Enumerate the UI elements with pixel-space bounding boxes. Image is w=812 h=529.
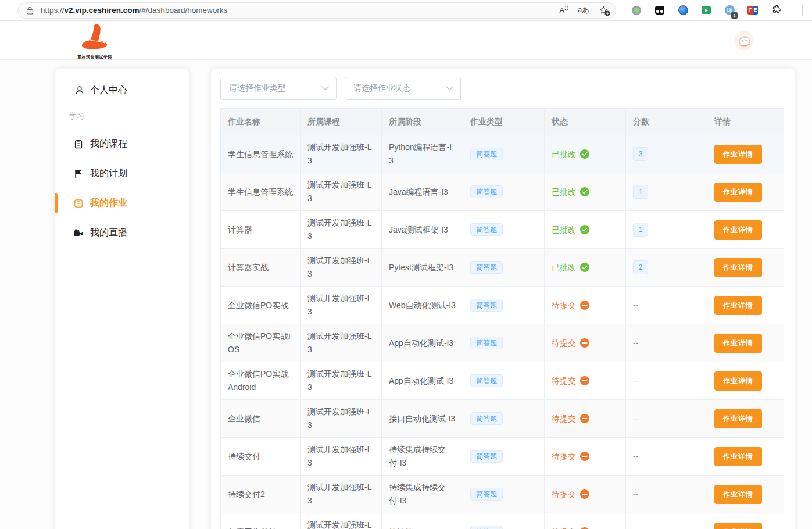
status-label: 待提交 bbox=[552, 412, 576, 426]
status-label: 已批改 bbox=[552, 148, 576, 161]
homework-detail-button[interactable]: 作业详情 bbox=[714, 220, 762, 240]
col-header-detail: 详情 bbox=[707, 109, 784, 135]
address-bar[interactable]: https://v2.vip.ceshiren.com/#/dashboard/… bbox=[17, 2, 616, 19]
lock-icon[interactable] bbox=[25, 5, 35, 15]
course-name: 测试开发加强班-L3 bbox=[301, 324, 382, 362]
user-avatar[interactable] bbox=[734, 31, 754, 51]
minus-circle-icon bbox=[580, 489, 589, 499]
minus-circle-icon bbox=[580, 338, 589, 348]
witch-hat-logo-icon bbox=[77, 23, 113, 52]
homework-detail-button[interactable]: 作业详情 bbox=[714, 447, 762, 466]
stage-name: Web自动化测试-I3 bbox=[382, 287, 463, 324]
extension-fe-icon[interactable]: FE bbox=[747, 5, 758, 16]
minus-circle-icon bbox=[580, 414, 589, 423]
page-content: 个人中心 学习 我的课程 我的计划 我的作业 我的直播 bbox=[0, 60, 812, 529]
homework-type-tag: 简答题 bbox=[470, 337, 503, 349]
homework-name: 企业微信PO实战iOS bbox=[221, 324, 301, 362]
url-text[interactable]: https://v2.vip.ceshiren.com/#/dashboard/… bbox=[41, 6, 227, 15]
homework-name: 企业微信PO实战 bbox=[221, 287, 301, 324]
table-row[interactable]: 持续交付2测试开发加强班-L3持续集成持续交付-I3简答题待提交--作业详情 bbox=[221, 476, 784, 513]
score-tag: 1 bbox=[633, 223, 648, 237]
homework-detail-button[interactable]: 作业详情 bbox=[714, 523, 762, 529]
status-label: 待提交 bbox=[552, 526, 576, 529]
user-icon bbox=[74, 85, 84, 95]
table-row[interactable]: 计算器实战测试开发加强班-L3Pytest测试框架-I3简答题已批改2作业详情 bbox=[221, 249, 784, 287]
score-cell: -- bbox=[626, 400, 707, 438]
extension-blue-globe-icon[interactable] bbox=[678, 5, 688, 16]
stage-name: App自动化测试-I3 bbox=[382, 324, 463, 362]
site-logo[interactable]: 霍格沃兹测试学院 bbox=[74, 23, 115, 60]
course-name: 测试开发加强班-L3 bbox=[301, 362, 382, 400]
read-aloud-icon[interactable]: A bbox=[560, 6, 569, 15]
minus-circle-icon bbox=[580, 452, 589, 461]
col-header-stage: 所属阶段 bbox=[382, 109, 463, 135]
table-row[interactable]: 企业微信PO实战测试开发加强班-L3Web自动化测试-I3简答题待提交--作业详… bbox=[221, 287, 784, 324]
extension-darkreader-icon[interactable] bbox=[654, 5, 665, 16]
table-row[interactable]: 企业微信测试开发加强班-L3接口自动化测试-I3简答题待提交--作业详情 bbox=[221, 400, 784, 438]
table-row[interactable]: 计算器测试开发加强班-L3Java测试框架-I3简答题已批改1作业详情 bbox=[221, 211, 784, 249]
extensions-puzzle-icon[interactable] bbox=[771, 5, 781, 16]
homework-detail-button[interactable]: 作业详情 bbox=[714, 485, 762, 504]
score-cell: -- bbox=[626, 476, 707, 513]
homework-detail-button[interactable]: 作业详情 bbox=[714, 409, 762, 428]
homework-detail-button[interactable]: 作业详情 bbox=[714, 145, 762, 164]
score-cell: -- bbox=[626, 362, 707, 400]
homework-detail-button[interactable]: 作业详情 bbox=[714, 371, 762, 391]
status-label: 待提交 bbox=[552, 374, 576, 388]
score-cell: 1 bbox=[626, 211, 707, 249]
type-cell: 简答题 bbox=[463, 173, 545, 211]
table-row[interactable]: 企业微信PO实战Android测试开发加强班-L3App自动化测试-I3简答题待… bbox=[221, 362, 784, 400]
detail-cell: 作业详情 bbox=[707, 324, 784, 362]
translate-icon[interactable]: aあ bbox=[578, 5, 589, 15]
homework-name: 年度工作总结 bbox=[221, 513, 301, 529]
status-cell: 待提交 bbox=[545, 362, 626, 400]
sidebar-item-courses[interactable]: 我的课程 bbox=[55, 129, 189, 159]
homework-type-tag: 简答题 bbox=[470, 223, 503, 236]
sidebar-item-label: 我的直播 bbox=[90, 227, 127, 239]
detail-cell: 作业详情 bbox=[707, 249, 784, 287]
course-name: 测试开发加强班-L3 bbox=[301, 249, 382, 287]
course-name: 测试开发加强班-L3 bbox=[301, 438, 382, 476]
col-header-type: 作业类型 bbox=[463, 109, 545, 135]
homework-detail-button[interactable]: 作业详情 bbox=[714, 258, 762, 277]
detail-cell: 作业详情 bbox=[707, 400, 784, 438]
sidebar: 个人中心 学习 我的课程 我的计划 我的作业 我的直播 bbox=[55, 69, 189, 529]
detail-cell: 作业详情 bbox=[707, 438, 784, 476]
type-cell: 简答题 bbox=[463, 476, 545, 513]
homework-type-select[interactable]: 请选择作业类型 bbox=[220, 77, 337, 100]
stage-name: 软技能-I3 bbox=[382, 513, 463, 529]
table-row[interactable]: 学生信息管理系统测试开发加强班-L3Python编程语言-I3简答题已批改3作业… bbox=[221, 135, 784, 173]
table-row[interactable]: 企业微信PO实战iOS测试开发加强班-L3App自动化测试-I3简答题待提交--… bbox=[221, 324, 784, 362]
favorite-star-icon[interactable] bbox=[599, 5, 609, 15]
table-row[interactable]: 年度工作总结测试开发加强班-L3软技能-I3简答题待提交--作业详情 bbox=[221, 513, 784, 529]
homework-detail-button[interactable]: 作业详情 bbox=[714, 296, 762, 315]
sidebar-item-profile[interactable]: 个人中心 bbox=[55, 77, 189, 103]
score-cell: 1 bbox=[626, 173, 707, 211]
sidebar-item-label: 我的课程 bbox=[90, 138, 127, 150]
extension-monitor-icon[interactable] bbox=[631, 5, 642, 16]
extension-translate-badge-icon[interactable]: 译1 bbox=[724, 5, 735, 16]
homework-detail-button[interactable]: 作业详情 bbox=[714, 334, 762, 353]
stage-name: Pytest测试框架-I3 bbox=[382, 249, 463, 287]
site-header: 霍格沃兹测试学院 bbox=[0, 21, 812, 60]
sidebar-item-live[interactable]: 我的直播 bbox=[55, 218, 189, 248]
detail-cell: 作业详情 bbox=[707, 135, 784, 173]
video-camera-icon bbox=[73, 228, 83, 238]
course-name: 测试开发加强班-L3 bbox=[301, 173, 382, 211]
status-label: 待提交 bbox=[552, 299, 576, 312]
sidebar-item-plans[interactable]: 我的计划 bbox=[55, 159, 189, 188]
homework-status-select[interactable]: 请选择作业状态 bbox=[345, 77, 461, 100]
sidebar-item-homeworks[interactable]: 我的作业 bbox=[55, 188, 189, 218]
extension-green-card-icon[interactable] bbox=[701, 5, 711, 16]
homework-type-tag: 简答题 bbox=[470, 374, 503, 387]
status-cell: 待提交 bbox=[545, 400, 626, 438]
course-name: 测试开发加强班-L3 bbox=[301, 211, 382, 249]
minus-circle-icon bbox=[580, 376, 589, 385]
table-row[interactable]: 学生信息管理系统测试开发加强班-L3Java编程语言-I3简答题已批改1作业详情 bbox=[221, 173, 784, 211]
status-label: 待提交 bbox=[552, 450, 576, 463]
check-circle-icon bbox=[580, 225, 589, 234]
table-row[interactable]: 持续交付测试开发加强班-L3持续集成持续交付-I3简答题待提交--作业详情 bbox=[221, 438, 784, 476]
homework-detail-button[interactable]: 作业详情 bbox=[714, 183, 762, 202]
stage-name: Python编程语言-I3 bbox=[382, 135, 463, 173]
detail-cell: 作业详情 bbox=[707, 173, 784, 211]
